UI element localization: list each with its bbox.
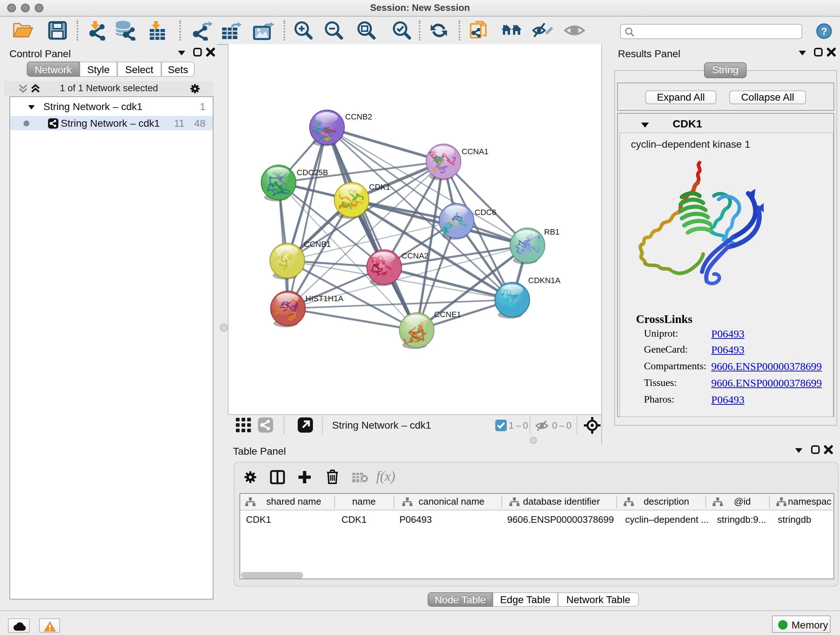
svg-text:CDK1: CDK1: [369, 182, 390, 192]
svg-text:HIST1H1A: HIST1H1A: [305, 294, 343, 303]
svg-text:CCNE1: CCNE1: [434, 310, 461, 319]
svg-text:CDC6: CDC6: [475, 208, 496, 217]
svg-text:?: ?: [821, 26, 827, 37]
svg-text:CDC25B: CDC25B: [297, 168, 328, 177]
svg-text:CCNB1: CCNB1: [304, 240, 331, 249]
svg-text:CDKN1A: CDKN1A: [528, 276, 561, 285]
svg-text:CCNA2: CCNA2: [401, 251, 429, 260]
svg-text:CCNA1: CCNA1: [462, 147, 489, 156]
svg-text:RB1: RB1: [544, 227, 560, 236]
svg-text:CCNB2: CCNB2: [345, 112, 372, 121]
